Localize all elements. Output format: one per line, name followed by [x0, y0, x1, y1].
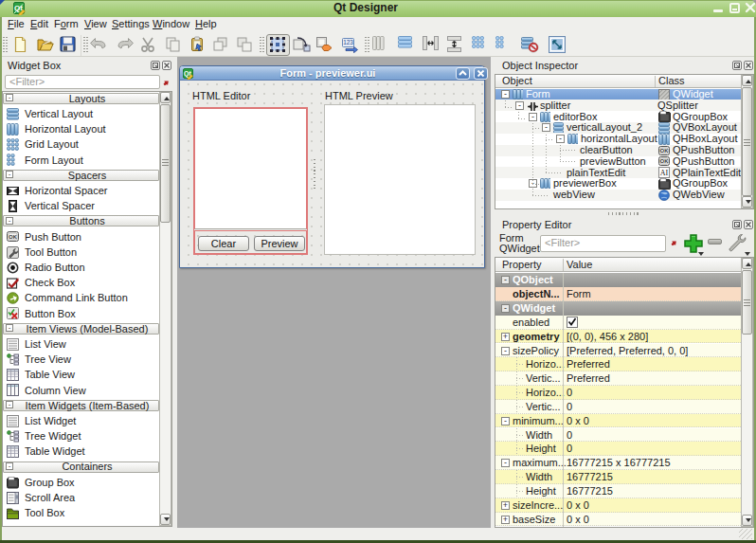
svg-text:OK: OK [660, 148, 668, 154]
svg-text:OK: OK [660, 158, 668, 164]
svg-text:123: 123 [343, 39, 353, 45]
svg-text:AI: AI [660, 169, 669, 177]
svg-text:OK: OK [9, 234, 16, 240]
